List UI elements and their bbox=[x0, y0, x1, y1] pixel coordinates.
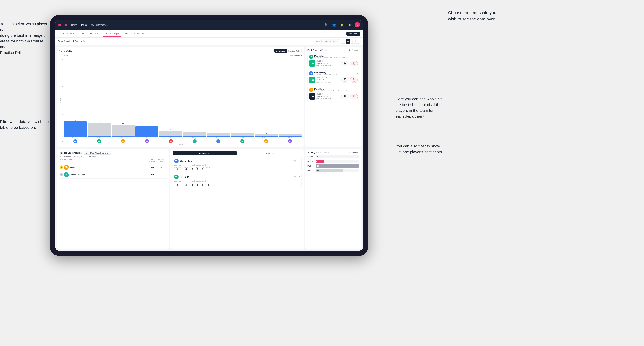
annotation-best-shots: Here you can see who's hit the best shot… bbox=[396, 96, 442, 119]
scoring-bogeys: Bogeys 315 bbox=[308, 169, 359, 172]
users-icon[interactable]: 👥 bbox=[332, 22, 336, 27]
avatar-robertson[interactable]: LR bbox=[288, 139, 292, 143]
shot-player-name: Blair McHarg bbox=[314, 71, 356, 74]
rounds-group: Total Rounds Tournament 7 Practice 6 bbox=[174, 164, 189, 170]
practice-group-2: Total Practice Activities GTT 0 APP 0 bbox=[192, 180, 210, 186]
avatar-miller[interactable]: MM bbox=[240, 139, 244, 143]
search-icon[interactable]: 🔍 bbox=[324, 22, 329, 27]
bar-chart-area: 15 10 5 0 Total Rounds bbox=[59, 58, 302, 145]
avatar-crossman[interactable]: EC bbox=[264, 139, 268, 143]
drill-dropdown[interactable]: PUTT Must Make Putting ... bbox=[83, 151, 112, 155]
annotation-player-select: You can select which player is doing the… bbox=[0, 21, 51, 56]
bar-miller: 3 bbox=[231, 131, 254, 137]
nav-icons: 🔍 👥 🔔 ⊕ U bbox=[324, 22, 360, 27]
par-filter-dropdown[interactable]: Par 3, 4 & 5s ▾ bbox=[316, 151, 329, 154]
practice-drills-btn[interactable]: Practice Drills bbox=[287, 49, 301, 53]
tab-tour[interactable]: Tour bbox=[122, 31, 131, 36]
on-course-label: On Course bbox=[59, 54, 68, 56]
nav-home[interactable]: Home bbox=[71, 23, 77, 26]
tab-hcaps[interactable]: Hcaps 1-5 bbox=[88, 31, 102, 36]
tablet-screen: clippd Home Teams My Performance 🔍 👥 🔔 ⊕… bbox=[55, 20, 364, 251]
active-date-mcharg: 26 Aug 2023 bbox=[290, 160, 300, 162]
show-label: Show: bbox=[315, 40, 320, 42]
shot-details-row: 198 Shot Dist: 16 yds Start Lie: Rough E… bbox=[309, 93, 358, 100]
heart-view-icon[interactable]: ♥ bbox=[350, 39, 355, 43]
shot-player-name: David Ford bbox=[314, 88, 356, 90]
active-player-row: BM Blair McHarg 26 Aug 2023 bbox=[174, 159, 300, 163]
edit-team-icon[interactable]: ✏️ bbox=[82, 40, 85, 42]
nav-teams[interactable]: Teams bbox=[81, 23, 88, 26]
player-avatar-row: BM RB DF JC EE DB RB MM EC LR bbox=[64, 139, 302, 143]
bell-icon[interactable]: 🔔 bbox=[339, 22, 344, 27]
stat-pill-dist: 16 yds bbox=[341, 94, 349, 99]
avatar-britt[interactable]: RB bbox=[97, 139, 101, 143]
lb-cols: PLAYER NAME PB SCORE PB AVG SQ bbox=[59, 159, 166, 163]
shot-player-row: BM Blair McHarg 23 Jul 2023 · Ashridge G… bbox=[309, 71, 358, 75]
shot-player-info: David Ford 24 Aug 2023 · Royal North Dev… bbox=[314, 88, 356, 92]
lb-score-crossman: 18/20 bbox=[148, 174, 156, 176]
bar-robertson: 2 bbox=[278, 132, 302, 137]
bar-ford: 10 bbox=[112, 123, 134, 137]
time-filter-dropdown[interactable]: Last 3 months bbox=[322, 39, 339, 43]
y-axis-title: Total Rounds bbox=[60, 95, 61, 106]
stat-pill-zero: 0 yds bbox=[350, 77, 358, 83]
shot-player-info: Blair McHarg 23 Jul 2023 · Ashridge GC ·… bbox=[314, 71, 356, 75]
active-player-britt[interactable]: RB Rees Britt 02 Sep 2023 Total Rounds T… bbox=[172, 173, 302, 188]
card-view-icon[interactable]: ▦ bbox=[346, 39, 350, 43]
user-avatar-nav[interactable]: U bbox=[355, 22, 360, 27]
scoring-header: Scoring Par 3, 4 & 5s ▾ All Players ▾ bbox=[308, 151, 359, 154]
team-header: Team Clippd | 14 Players ✏️ Show: Last 3… bbox=[55, 37, 364, 45]
tab-pgat[interactable]: PGAT Players bbox=[58, 31, 77, 36]
avatar-coles[interactable]: JC bbox=[145, 139, 149, 143]
add-team-button[interactable]: Add Team bbox=[346, 32, 360, 36]
avatar-mcHarg[interactable]: BM bbox=[74, 139, 77, 143]
bar-coles: 9 bbox=[136, 124, 158, 137]
tab-pga[interactable]: PGA bbox=[78, 31, 87, 36]
bar-mcHarg: 13 bbox=[64, 120, 87, 137]
list-view-icon[interactable]: ≡ bbox=[356, 39, 360, 43]
least-active-btn[interactable]: Least Active bbox=[237, 151, 302, 155]
avatar-billingham[interactable]: DB bbox=[193, 139, 196, 143]
active-date-britt: 02 Sep 2023 bbox=[290, 176, 300, 178]
tab-all-players[interactable]: All Players bbox=[132, 31, 147, 36]
metric-dropdown[interactable]: Total Rounds ▾ bbox=[290, 55, 302, 57]
players-filter-dropdown[interactable]: All Players ▾ bbox=[349, 49, 359, 51]
lb-row-1[interactable]: 1 RB Richard Butler 19/20 110 bbox=[59, 164, 166, 171]
shot-player-detail: 09 Jun 2023 · Royal North Devon GC · Hol… bbox=[314, 57, 356, 59]
practice-title: Practice Leaderboards bbox=[59, 152, 82, 154]
scoring-players-dropdown[interactable]: All Players ▾ bbox=[349, 151, 359, 154]
stat-pill-zero: 0 yds bbox=[350, 94, 358, 99]
shot-item-mcharg[interactable]: BM Blair McHarg 23 Jul 2023 · Ashridge G… bbox=[308, 70, 359, 85]
all-shots-dropdown[interactable]: All Shots ▾ bbox=[320, 49, 328, 51]
most-active-card: Most Active Least Active BM Blair McHarg… bbox=[170, 149, 304, 250]
shot-avatar-miller: MM bbox=[309, 55, 313, 59]
plus-circle-icon[interactable]: ⊕ bbox=[347, 22, 352, 27]
lb-avatar-crossman: EC bbox=[64, 172, 69, 177]
grid-view-icon[interactable]: ⊞ bbox=[341, 39, 345, 43]
avatar-ebert[interactable]: EE bbox=[169, 139, 173, 143]
lb-subtitle: PUTT Must Make Putting (3-6 ft). Last 3 … bbox=[59, 156, 166, 158]
avatar-butler[interactable]: RB bbox=[216, 139, 220, 143]
shot-item-ford[interactable]: DF David Ford 24 Aug 2023 · Royal North … bbox=[308, 86, 359, 102]
scoring-title: Scoring bbox=[308, 151, 315, 154]
team-name: Team Clippd | 14 Players bbox=[58, 40, 82, 42]
nav-performance[interactable]: My Performance bbox=[91, 23, 108, 26]
active-stats-row-2: Total Rounds Tournament 8 Practice 4 bbox=[174, 180, 300, 186]
bar-butler: 3 bbox=[207, 131, 230, 137]
tab-team-clippd[interactable]: Team Clippd bbox=[103, 31, 121, 36]
avatar-ford[interactable]: DF bbox=[121, 139, 125, 143]
lb-row-2[interactable]: 2 EC Edward Crossman 18/20 107 bbox=[59, 171, 166, 178]
on-course-btn[interactable]: On Course bbox=[274, 49, 287, 53]
scoring-card: Scoring Par 3, 4 & 5s ▾ All Players ▾ Ea… bbox=[306, 149, 362, 250]
shot-badge: 200 bbox=[309, 77, 315, 83]
active-player-mcharg[interactable]: BM Blair McHarg 26 Aug 2023 Total Rounds… bbox=[172, 157, 302, 172]
top-nav: clippd Home Teams My Performance 🔍 👥 🔔 ⊕… bbox=[55, 20, 364, 30]
shot-item-miller[interactable]: MM Matt Miller 09 Jun 2023 · Royal North… bbox=[308, 53, 359, 69]
shot-details-row: 200 Shot Dist: 43 yds Start Lie: Rough E… bbox=[309, 77, 358, 84]
sub-nav: PGAT Players PGA Hcaps 1-5 Team Clippd T… bbox=[55, 30, 364, 37]
logo: clippd bbox=[58, 23, 67, 27]
most-active-btn[interactable]: Most Active bbox=[172, 151, 237, 155]
tablet-frame: clippd Home Teams My Performance 🔍 👥 🔔 ⊕… bbox=[50, 15, 368, 256]
birdies-bar: 96 bbox=[316, 160, 359, 163]
player-activity-card: Player Activity On Course Practice Drill… bbox=[57, 47, 304, 147]
